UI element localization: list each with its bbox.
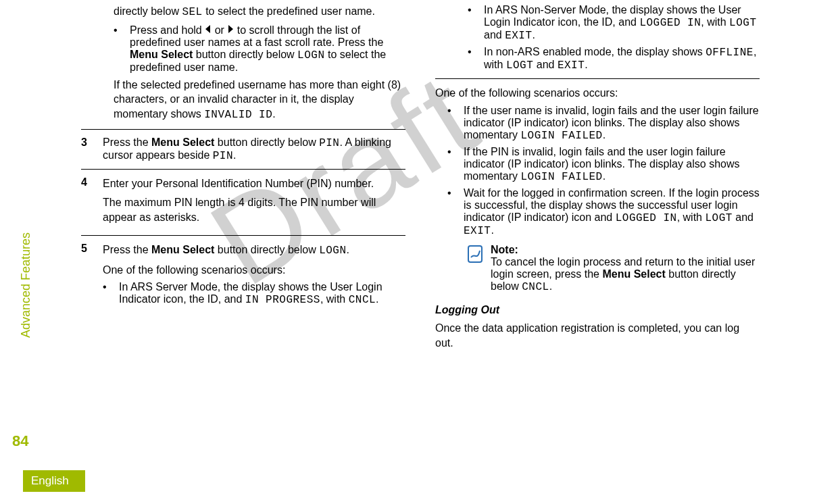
step-number: 3 (81, 136, 93, 162)
step-3: 3 Press the Menu Select button directly … (81, 136, 405, 162)
step-number: 5 (81, 243, 93, 310)
separator (435, 78, 760, 79)
sidebar: Advanced Features 84 (0, 0, 41, 504)
closing-paragraph: Once the data application registration i… (435, 321, 760, 350)
bullet-text: In non-ARS enabled mode, the display sho… (484, 46, 760, 72)
step4-line2: The maximum PIN length is 4 digits. The … (103, 195, 405, 224)
bullet-dot: • (447, 187, 454, 237)
bullet-dot: • (447, 146, 454, 183)
column-left: directly below SEL to select the predefi… (81, 0, 405, 354)
step-body: Press the Menu Select button directly be… (103, 136, 405, 162)
bullet-dot: • (447, 105, 454, 142)
section-label: Advanced Features (19, 232, 33, 338)
bullet-text: Wait for the logged in confirmation scre… (464, 187, 760, 237)
sub-bullet: • If the user name is invalid, login fai… (447, 105, 760, 142)
right-arrow-icon (227, 24, 234, 36)
continuation-text: directly below SEL to select the predefi… (114, 4, 405, 20)
step-body: Enter your Personal Identification Numbe… (103, 176, 405, 228)
bullet-text: If the user name is invalid, login fails… (464, 105, 760, 142)
subheading-logging-out: Logging Out (435, 303, 760, 318)
separator (81, 235, 405, 236)
sub-bullet: • In ARS Server Mode, the display shows … (103, 281, 405, 306)
step-number: 4 (81, 176, 93, 228)
note-block: Note: To cancel the login process and re… (468, 244, 760, 293)
separator (81, 169, 405, 170)
language-badge: English (23, 470, 85, 492)
bullet-dot: • (468, 4, 474, 42)
step-4: 4 Enter your Personal Identification Num… (81, 176, 405, 228)
step-body: Press the Menu Select button directly be… (103, 243, 405, 310)
left-arrow-icon (205, 24, 212, 36)
sub-bullet: • In non-ARS enabled mode, the display s… (468, 46, 760, 72)
bullet-dot: • (103, 281, 109, 306)
sub-bullet: • Wait for the logged in confirmation sc… (447, 187, 760, 237)
paragraph: If the selected predefined username has … (114, 78, 405, 123)
step-5: 5 Press the Menu Select button directly … (81, 243, 405, 310)
step5-line2: One of the following scenarios occurs: (103, 263, 405, 278)
svg-marker-0 (205, 25, 210, 33)
bullet-text: If the PIN is invalid, login fails and t… (464, 146, 760, 183)
page-number: 84 (12, 432, 28, 450)
svg-marker-1 (228, 25, 233, 33)
sub-bullet: • If the PIN is invalid, login fails and… (447, 146, 760, 183)
bullet-dot: • (114, 24, 120, 74)
column-right: • In ARS Non-Server Mode, the display sh… (435, 0, 760, 354)
note-label: Note: (491, 244, 518, 255)
bullet-dot: • (468, 46, 474, 72)
bullet-text: Press and hold or to scroll through the … (130, 24, 405, 74)
bullet-text: In ARS Server Mode, the display shows th… (119, 281, 405, 306)
note-icon (468, 245, 483, 263)
sub-bullet: • Press and hold or to scroll through th… (114, 24, 405, 74)
separator (81, 129, 405, 130)
page-content: directly below SEL to select the predefi… (81, 0, 781, 354)
svg-rect-2 (468, 246, 482, 262)
step5-line1: Press the Menu Select button directly be… (103, 243, 405, 259)
bullet-text: In ARS Non-Server Mode, the display show… (484, 4, 760, 42)
note-text: Note: To cancel the login process and re… (491, 244, 760, 293)
sub-bullet: • In ARS Non-Server Mode, the display sh… (468, 4, 760, 42)
step4-line1: Enter your Personal Identification Numbe… (103, 176, 405, 191)
scenario-intro: One of the following scenarios occurs: (435, 86, 760, 101)
